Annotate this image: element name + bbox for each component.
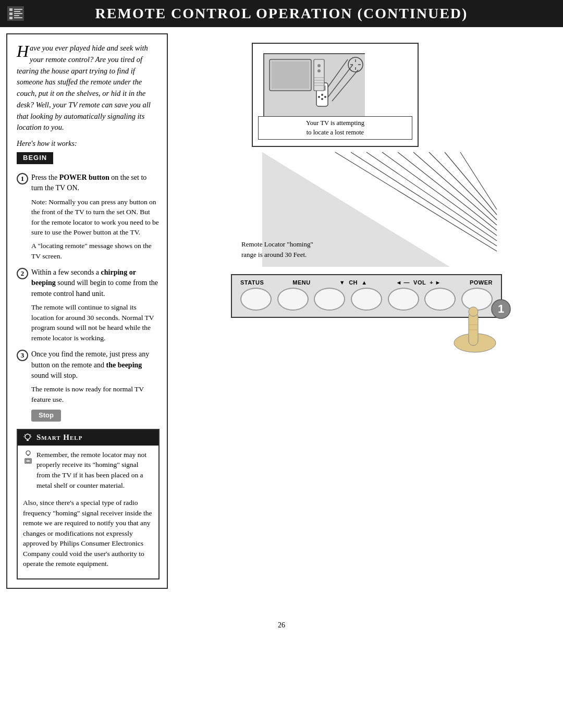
step-1-note-2: A "locating remote" message shows on the… bbox=[31, 241, 160, 261]
step-1: 1 Press the POWER button on the set to t… bbox=[17, 172, 160, 264]
label-menu: MENU bbox=[292, 279, 310, 286]
step-3-title: Once you find the remote, just press any… bbox=[31, 349, 160, 381]
begin-badge: BEGIN bbox=[17, 152, 53, 164]
svg-point-26 bbox=[321, 94, 323, 96]
btn-menu[interactable] bbox=[277, 288, 309, 311]
btn-vol-down[interactable] bbox=[388, 288, 419, 311]
svg-rect-17 bbox=[28, 455, 29, 456]
svg-rect-10 bbox=[27, 440, 29, 441]
svg-rect-55 bbox=[469, 312, 478, 346]
svg-point-33 bbox=[317, 64, 321, 67]
small-tv-icon bbox=[25, 458, 32, 464]
svg-point-28 bbox=[318, 96, 320, 98]
svg-point-56 bbox=[469, 307, 478, 316]
tv-message-box: Your TV is attempting to locate a lost r… bbox=[258, 116, 412, 140]
step-1-title: Press the POWER button on the set to tur… bbox=[31, 172, 160, 194]
tv-message-line1: Your TV is attempting bbox=[306, 119, 364, 127]
svg-rect-1 bbox=[9, 8, 13, 11]
svg-rect-5 bbox=[14, 11, 20, 12]
label-power: POWER bbox=[470, 279, 493, 286]
svg-rect-2 bbox=[9, 13, 13, 15]
step-3: 3 Once you find the remote, just press a… bbox=[17, 349, 160, 424]
svg-line-50 bbox=[413, 152, 497, 225]
step-2: 2 Within a few seconds a chirping or bee… bbox=[17, 267, 160, 346]
main-content: Have you ever played hide and seek with … bbox=[0, 27, 563, 595]
smart-help-header: Smart Help bbox=[18, 430, 158, 446]
svg-line-14 bbox=[30, 435, 31, 435]
svg-rect-4 bbox=[14, 9, 22, 10]
svg-rect-19 bbox=[26, 459, 30, 462]
bulb-icon bbox=[23, 433, 32, 442]
step-1-note-1: Note: Normally you can press any button … bbox=[31, 197, 160, 238]
homing-caption: Remote Locator "homing" range is around … bbox=[241, 239, 313, 260]
homing-area: Remote Locator "homing" range is around … bbox=[231, 147, 502, 272]
smart-help-title: Smart Help bbox=[36, 432, 82, 443]
svg-rect-3 bbox=[9, 17, 13, 19]
drop-cap: H bbox=[17, 43, 29, 59]
remote-buttons-section: STATUS MENU ▼ CH ▲ ◄ — VOL + ► POWER bbox=[231, 274, 502, 318]
remote-labels-row: STATUS MENU ▼ CH ▲ ◄ — VOL + ► POWER bbox=[240, 279, 493, 286]
label-vol-controls: ◄ — VOL + ► bbox=[396, 279, 442, 286]
svg-text:1: 1 bbox=[498, 302, 504, 315]
hand-illustration: 1 bbox=[444, 296, 517, 359]
btn-status[interactable] bbox=[240, 288, 272, 311]
svg-point-34 bbox=[317, 69, 321, 72]
small-bulb-icon bbox=[25, 450, 32, 457]
page-title: Remote Control Operation (Continued) bbox=[95, 5, 468, 22]
tv-illustration: Your TV is attempting to locate a lost r… bbox=[252, 43, 419, 147]
step-3-content: Once you find the remote, just press any… bbox=[31, 349, 160, 424]
hand-svg: 1 bbox=[444, 296, 517, 359]
step-2-number: 2 bbox=[17, 268, 28, 279]
svg-line-53 bbox=[460, 152, 497, 209]
svg-line-52 bbox=[445, 152, 497, 215]
svg-rect-8 bbox=[14, 17, 22, 18]
step-1-content: Press the POWER button on the set to tur… bbox=[31, 172, 160, 264]
intro-text: Have you ever played hide and seek with … bbox=[17, 43, 160, 133]
smart-help-box: Smart Help bbox=[17, 429, 160, 579]
svg-line-12 bbox=[25, 435, 25, 435]
svg-line-49 bbox=[398, 152, 497, 230]
right-column: Your TV is attempting to locate a lost r… bbox=[168, 27, 563, 595]
btn-ch-up[interactable] bbox=[351, 288, 382, 311]
smart-help-body-1: Remember, the remote locator may not pro… bbox=[36, 450, 153, 490]
btn-ch-down[interactable] bbox=[314, 288, 345, 311]
remember-icons bbox=[23, 450, 33, 464]
step-2-content: Within a few seconds a chirping or beepi… bbox=[31, 267, 160, 346]
svg-rect-7 bbox=[14, 15, 19, 16]
step-1-number: 1 bbox=[17, 173, 28, 184]
svg-point-27 bbox=[321, 98, 323, 100]
svg-rect-6 bbox=[14, 13, 22, 14]
step-3-note-1: The remote is now ready for normal TV fe… bbox=[31, 384, 160, 404]
intro-body: ave you ever played hide and seek with y… bbox=[17, 44, 151, 131]
page-header: Remote Control Operation (Continued) bbox=[0, 0, 563, 27]
page-number: 26 bbox=[0, 616, 563, 635]
step-3-number: 3 bbox=[17, 350, 28, 361]
tv-message-line2: to locate a lost remote bbox=[307, 129, 364, 136]
svg-point-9 bbox=[25, 434, 30, 439]
remember-row: Remember, the remote locator may not pro… bbox=[23, 450, 153, 495]
svg-point-29 bbox=[324, 96, 326, 98]
svg-rect-31 bbox=[272, 61, 309, 89]
heres-how-label: Here's how it works: bbox=[17, 139, 160, 149]
smart-help-body: Remember, the remote locator may not pro… bbox=[18, 446, 158, 569]
list-icon bbox=[6, 4, 25, 23]
step-2-note-1: The remote will continue to signal its l… bbox=[31, 302, 160, 343]
left-column: Have you ever played hide and seek with … bbox=[6, 33, 168, 589]
stop-badge: Stop bbox=[31, 410, 61, 422]
svg-line-47 bbox=[366, 152, 497, 241]
label-ch-controls: ▼ CH ▲ bbox=[339, 279, 368, 286]
svg-line-51 bbox=[429, 152, 497, 220]
step-2-title: Within a few seconds a chirping or beepi… bbox=[31, 267, 160, 299]
svg-point-16 bbox=[26, 451, 30, 455]
smart-help-body-2: Also, since there's a special type of ra… bbox=[23, 498, 153, 569]
label-status: STATUS bbox=[240, 279, 264, 286]
